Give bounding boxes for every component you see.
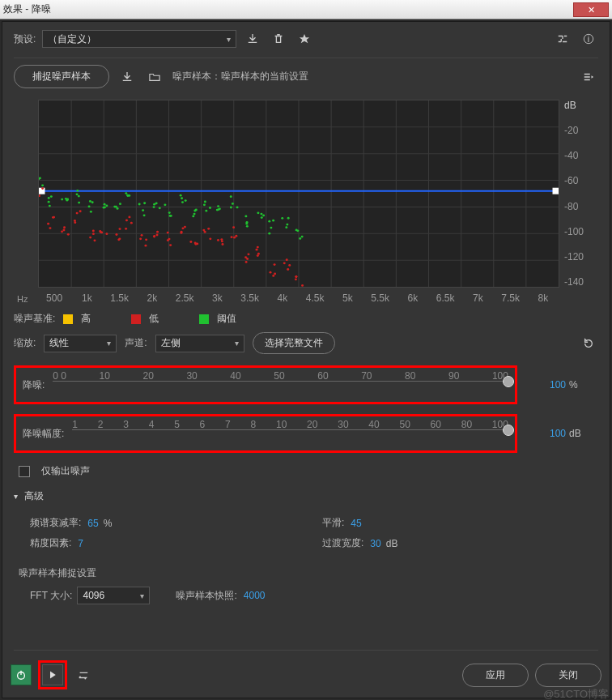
svg-point-182	[272, 220, 274, 222]
svg-point-96	[256, 249, 258, 251]
svg-point-147	[153, 206, 155, 208]
svg-point-103	[283, 262, 286, 264]
smooth-label: 平滑:	[322, 516, 344, 530]
svg-point-116	[50, 195, 53, 198]
svg-point-139	[125, 192, 127, 194]
svg-point-101	[270, 271, 272, 274]
close-button[interactable]: 关闭	[535, 664, 601, 687]
reduce-unit: %	[569, 379, 578, 391]
transition-value[interactable]: 30	[370, 538, 380, 549]
x-axis-label: Hz	[17, 294, 28, 304]
folder-icon[interactable]	[145, 68, 164, 86]
svg-point-179	[257, 211, 259, 214]
snapshot-value[interactable]: 4000	[244, 590, 266, 601]
svg-point-135	[119, 203, 121, 205]
svg-point-85	[221, 243, 223, 245]
spectrum-chart[interactable]: Hz 5001k1.5k2k2.5k3k3.5k4k4.5k5k5.5k6k6.…	[14, 96, 598, 307]
svg-point-146	[155, 203, 158, 205]
svg-point-171	[230, 207, 232, 209]
chart-menu-icon[interactable]	[579, 68, 598, 86]
svg-text:i: i	[588, 34, 589, 44]
select-file-button[interactable]: 选择完整文件	[253, 332, 335, 354]
sidechain-icon[interactable]	[553, 30, 572, 48]
svg-point-87	[233, 237, 236, 239]
svg-point-187	[287, 217, 290, 220]
svg-point-102	[286, 258, 288, 261]
load-sample-icon[interactable]	[117, 68, 137, 86]
svg-point-156	[181, 197, 183, 199]
svg-point-65	[156, 234, 159, 237]
svg-point-164	[203, 203, 206, 206]
info-icon[interactable]: i	[579, 30, 598, 48]
svg-point-52	[117, 238, 120, 241]
close-window-button[interactable]: ✕	[573, 2, 609, 17]
svg-point-27	[41, 187, 44, 190]
svg-point-60	[141, 234, 143, 237]
svg-point-183	[268, 233, 270, 235]
svg-point-161	[192, 216, 194, 218]
y-axis-ticks: dB-20-40-60-80-100-120-140	[564, 100, 593, 288]
preset-select[interactable]: （自定义） ▾	[42, 30, 236, 48]
svg-point-115	[48, 197, 50, 199]
amount-slider[interactable]: 1234567810203040506080100	[72, 429, 508, 446]
chevron-down-icon: ▾	[14, 492, 18, 501]
reduce-slider[interactable]: 0 0102030405060708090100	[53, 381, 508, 397]
play-button[interactable]	[42, 664, 63, 685]
smooth-value[interactable]: 45	[351, 518, 361, 529]
svg-point-88	[231, 236, 233, 238]
svg-point-123	[78, 195, 80, 198]
decay-value[interactable]: 65	[87, 518, 98, 529]
svg-point-143	[138, 203, 141, 206]
svg-point-64	[153, 236, 155, 238]
precision-value[interactable]: 7	[78, 538, 83, 549]
svg-point-93	[244, 256, 247, 258]
reduce-slider-group: 降噪: 0 0102030405060708090100	[14, 365, 517, 404]
amount-value[interactable]: 100	[527, 428, 566, 439]
advanced-toggle[interactable]: ▾ 高级	[14, 489, 598, 503]
svg-point-133	[105, 204, 108, 207]
favorite-icon[interactable]	[295, 30, 314, 48]
reduce-thumb[interactable]	[503, 376, 514, 387]
transition-label: 过渡宽度:	[322, 536, 363, 550]
svg-point-169	[217, 208, 219, 211]
svg-point-35	[61, 230, 63, 233]
svg-point-176	[245, 223, 248, 225]
loop-icon[interactable]	[74, 666, 93, 684]
legend: 噪声基准: 高 低 阈值	[14, 312, 598, 326]
svg-point-61	[144, 245, 147, 247]
capture-noise-button[interactable]: 捕捉噪声样本	[14, 65, 109, 88]
reduce-value[interactable]: 100	[527, 379, 566, 391]
delete-preset-icon[interactable]	[269, 30, 288, 48]
svg-point-55	[128, 216, 130, 219]
svg-point-121	[66, 199, 68, 202]
svg-point-165	[205, 210, 207, 212]
amount-thumb[interactable]	[503, 425, 514, 436]
fft-select[interactable]: 4096▾	[77, 587, 150, 604]
svg-point-184	[268, 220, 270, 223]
svg-point-191	[299, 237, 301, 240]
chevron-down-icon: ▾	[227, 35, 231, 44]
amount-label: 降噪幅度:	[23, 427, 64, 441]
decay-label: 频谱衰减率:	[30, 516, 81, 530]
power-button[interactable]	[11, 664, 32, 685]
svg-point-56	[130, 222, 133, 224]
svg-point-114	[48, 201, 50, 203]
svg-point-97	[257, 254, 259, 257]
apply-button[interactable]: 应用	[462, 664, 529, 687]
save-preset-icon[interactable]	[243, 30, 262, 48]
svg-point-54	[125, 228, 127, 230]
svg-point-126	[88, 206, 91, 208]
svg-point-149	[159, 207, 161, 209]
titlebar: 效果 - 降噪 ✕	[0, 0, 612, 19]
svg-point-98	[272, 275, 274, 277]
scale-select[interactable]: 线性▾	[44, 335, 117, 352]
snapshot-label: 噪声样本快照:	[176, 589, 236, 603]
output-noise-checkbox[interactable]	[19, 466, 30, 477]
svg-point-152	[170, 215, 172, 217]
amount-unit: dB	[569, 428, 581, 439]
channel-select[interactable]: 左侧▾	[155, 335, 244, 352]
svg-point-137	[113, 206, 116, 208]
svg-point-154	[185, 199, 187, 202]
reset-icon[interactable]	[579, 335, 598, 352]
svg-point-124	[76, 190, 79, 192]
